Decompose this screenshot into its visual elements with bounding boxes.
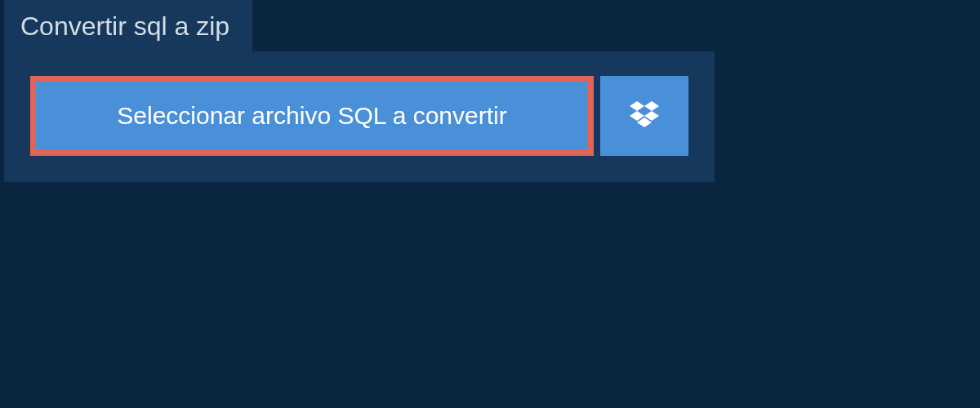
panel-body: Seleccionar archivo SQL a convertir: [4, 51, 715, 182]
dropbox-button[interactable]: [600, 76, 688, 156]
dropbox-icon: [630, 101, 659, 131]
converter-panel: Convertir sql a zip Seleccionar archivo …: [4, 51, 715, 182]
select-file-button[interactable]: Seleccionar archivo SQL a convertir: [30, 76, 594, 156]
tab-title: Convertir sql a zip: [4, 0, 252, 53]
select-file-label: Seleccionar archivo SQL a convertir: [117, 102, 506, 130]
